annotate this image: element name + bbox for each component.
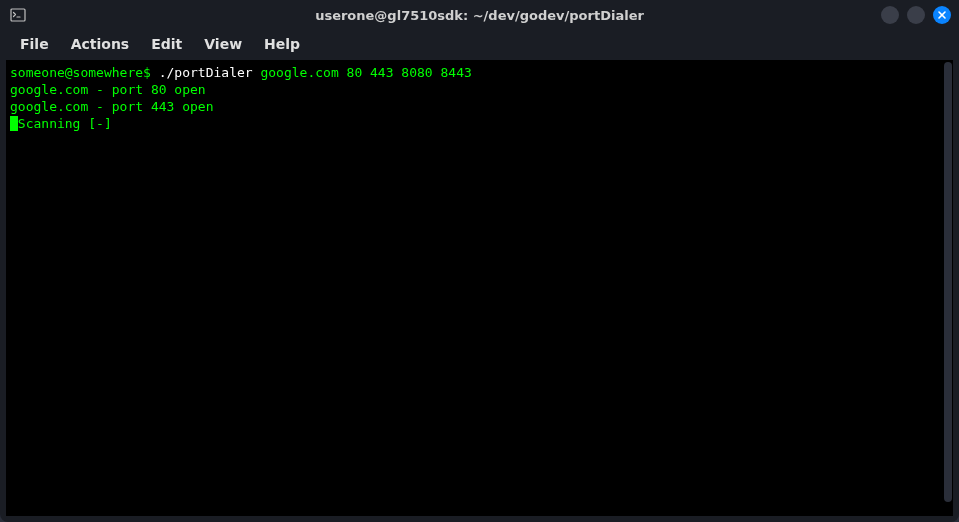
svg-rect-0 — [11, 9, 25, 21]
terminal-output-line: google.com - port 443 open — [10, 98, 939, 115]
scrollbar-thumb[interactable] — [944, 62, 952, 502]
terminal-scrollbar[interactable] — [943, 60, 953, 516]
terminal-app-icon — [10, 7, 26, 23]
menu-help[interactable]: Help — [254, 32, 310, 56]
command-args: google.com 80 443 8080 8443 — [253, 65, 472, 80]
close-button[interactable] — [933, 6, 951, 24]
terminal-line: someone@somewhere$ ./portDialer google.c… — [10, 64, 939, 81]
terminal-output-line: google.com - port 80 open — [10, 81, 939, 98]
window-title: userone@gl7510sdk: ~/dev/godev/portDiale… — [315, 8, 644, 23]
command-executable: ./portDialer — [159, 65, 253, 80]
menu-edit[interactable]: Edit — [141, 32, 192, 56]
minimize-button[interactable] — [881, 6, 899, 24]
titlebar[interactable]: userone@gl7510sdk: ~/dev/godev/portDiale… — [0, 0, 959, 30]
terminal-line: Scanning [-] — [10, 115, 939, 132]
terminal-content[interactable]: someone@somewhere$ ./portDialer google.c… — [6, 60, 943, 516]
scanning-status: Scanning [-] — [18, 116, 112, 131]
terminal-cursor — [10, 116, 18, 131]
shell-prompt: someone@somewhere$ — [10, 65, 159, 80]
menu-view[interactable]: View — [194, 32, 252, 56]
maximize-button[interactable] — [907, 6, 925, 24]
menu-file[interactable]: File — [10, 32, 59, 56]
terminal-window: userone@gl7510sdk: ~/dev/godev/portDiale… — [0, 0, 959, 522]
menu-actions[interactable]: Actions — [61, 32, 140, 56]
terminal-area[interactable]: someone@somewhere$ ./portDialer google.c… — [6, 60, 953, 516]
menubar: File Actions Edit View Help — [0, 30, 959, 58]
window-controls — [881, 6, 951, 24]
